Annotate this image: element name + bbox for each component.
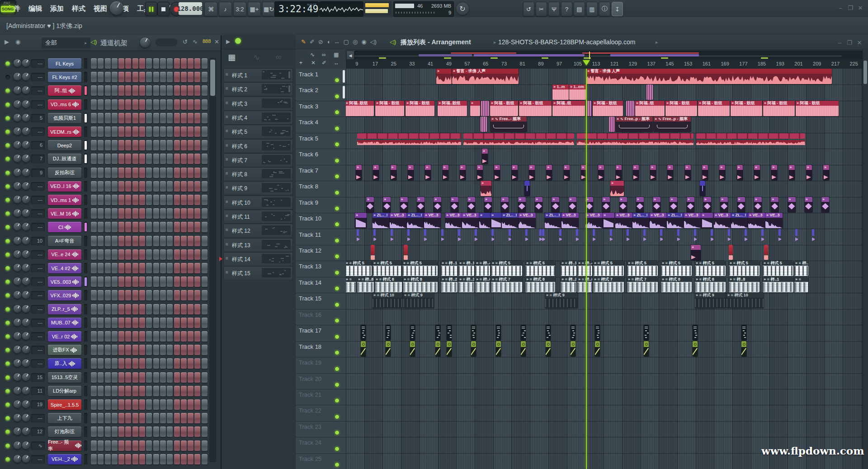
step-cell[interactable] [146, 372, 152, 383]
channel-button[interactable]: VEDM..rs [48, 127, 81, 137]
track-lane[interactable] [346, 421, 863, 437]
step-cell[interactable] [125, 413, 131, 423]
info-icon[interactable]: ⓘ [599, 2, 610, 16]
channel-button[interactable]: 灯泡和弦 [48, 427, 81, 437]
track-led[interactable] [335, 382, 340, 387]
step-cell[interactable] [153, 195, 159, 205]
playlist-clip[interactable] [546, 325, 551, 340]
channel-pan-knob[interactable] [14, 319, 21, 326]
step-cell[interactable] [91, 72, 97, 82]
rack-swing-icon[interactable]: ◉ [15, 38, 20, 45]
channel-route-box[interactable]: 9 [31, 169, 45, 177]
track-led[interactable] [335, 174, 340, 179]
step-cell[interactable] [132, 304, 138, 314]
channel-volume-knob[interactable] [22, 291, 30, 299]
channel-route-box[interactable]: ∿ [31, 441, 45, 450]
step-cell[interactable] [153, 454, 159, 464]
step-cell[interactable] [153, 208, 159, 219]
step-cell[interactable] [188, 263, 193, 273]
step-cell[interactable] [125, 454, 131, 464]
step-cell[interactable] [112, 249, 118, 260]
step-cell[interactable] [105, 263, 111, 273]
channel-route-box[interactable]: 11 [31, 387, 45, 395]
step-cell[interactable] [118, 249, 124, 260]
channel-route-box[interactable]: --- [31, 250, 45, 259]
playlist-clip[interactable] [525, 229, 528, 244]
step-cell[interactable] [91, 154, 97, 164]
step-cell[interactable] [125, 208, 131, 219]
step-cell[interactable] [91, 222, 97, 232]
step-cell[interactable] [174, 372, 180, 383]
playlist-clip[interactable]: » 阿福 - 鼓组 [665, 101, 697, 116]
channel-button[interactable]: A=F弯音 [48, 236, 81, 246]
channel-route-box[interactable]: 10 [31, 237, 45, 245]
step-cell[interactable] [112, 454, 118, 464]
step-cell[interactable] [202, 181, 208, 192]
playlist-clip[interactable] [447, 341, 452, 356]
playlist-clip[interactable] [407, 229, 410, 244]
playlist-clip[interactable]: » 阿福 - 鼓组 [406, 101, 434, 116]
playlist-clip[interactable]: » [703, 197, 711, 212]
step-cell[interactable] [153, 345, 159, 355]
step-cell[interactable] [167, 304, 173, 314]
track-led[interactable] [335, 254, 340, 259]
track-led[interactable] [335, 302, 340, 307]
track-header[interactable]: Track 23 [296, 421, 346, 437]
playlist-clip[interactable] [410, 341, 415, 356]
playlist-clip[interactable]: » 阿福 - 鼓组 [519, 101, 552, 116]
step-cell[interactable] [160, 318, 166, 328]
step-cell[interactable] [153, 85, 159, 96]
playlist-clip[interactable] [741, 325, 746, 340]
step-cell[interactable] [202, 263, 208, 273]
playlist-clip[interactable]: » ≡ 样..3 [458, 277, 474, 292]
channel-button[interactable]: 阿..组 [48, 85, 81, 96]
playlist-clip[interactable]: » [383, 197, 391, 212]
step-cell[interactable] [125, 58, 131, 69]
channel-route-box[interactable]: --- [31, 455, 45, 464]
step-cell[interactable] [105, 99, 111, 110]
playlist-clip[interactable] [386, 341, 391, 356]
step-cell[interactable] [98, 168, 104, 178]
step-cell[interactable] [194, 386, 200, 396]
step-cell[interactable] [105, 222, 111, 232]
step-cell[interactable] [132, 85, 138, 96]
mute-tool-icon[interactable]: ◖ [327, 38, 330, 45]
step-cell[interactable] [139, 222, 145, 232]
track-header[interactable]: Track 2 [296, 84, 346, 101]
playlist-clip[interactable] [609, 117, 615, 132]
channel-led[interactable] [5, 334, 10, 339]
step-cell[interactable] [153, 413, 159, 423]
step-cell[interactable] [194, 168, 200, 178]
playlist-clip[interactable]: » ≡ 样..6 [577, 277, 592, 292]
playlist-clip[interactable]: » ZL.._! [373, 213, 390, 228]
playlist-clip[interactable] [700, 181, 705, 196]
channel-volume-knob[interactable] [22, 373, 30, 381]
playlist-clip[interactable] [463, 133, 574, 148]
channel-button[interactable]: VE..4 #2 [48, 263, 81, 273]
step-cell[interactable] [112, 413, 118, 423]
step-cell[interactable] [105, 399, 111, 410]
channel-pan-knob[interactable] [14, 373, 21, 381]
step-cell[interactable] [146, 290, 152, 300]
step-cell[interactable] [91, 345, 97, 355]
step-cell[interactable] [146, 441, 152, 451]
step-cell[interactable] [118, 441, 124, 451]
pattern-item[interactable]: ≡样式 2 [223, 82, 293, 96]
step-cell[interactable] [153, 304, 159, 314]
step-cell[interactable] [174, 127, 180, 137]
step-cell[interactable] [146, 304, 152, 314]
playlist-clip[interactable]: » [805, 197, 812, 212]
step-cell[interactable] [98, 263, 104, 273]
step-cell[interactable] [125, 140, 131, 150]
playlist-clip[interactable] [524, 181, 530, 196]
step-cell[interactable] [153, 290, 159, 300]
step-cell[interactable] [125, 127, 131, 137]
step-cell[interactable] [194, 249, 200, 260]
step-cell[interactable] [118, 427, 124, 437]
playlist-clip[interactable]: » [436, 69, 452, 84]
step-cell[interactable] [202, 358, 208, 369]
playlist-clip[interactable]: » ≡ 样式 8 [661, 277, 692, 292]
step-cell[interactable] [188, 168, 193, 178]
step-cell[interactable] [160, 58, 166, 69]
loop-mode-icon[interactable]: ▦↻ [262, 2, 275, 16]
